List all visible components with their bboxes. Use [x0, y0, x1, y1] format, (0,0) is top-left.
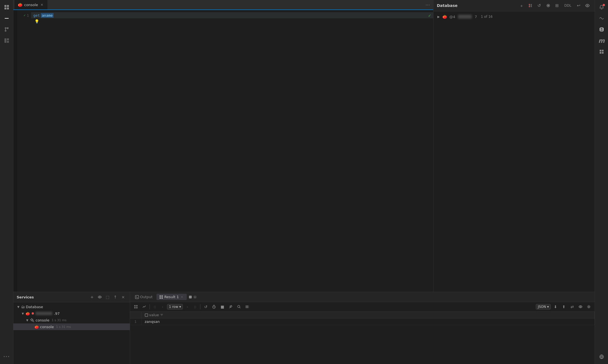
res-eye-button[interactable] — [577, 303, 584, 310]
svg-rect-22 — [160, 295, 161, 297]
result-split-button[interactable]: ⊟ — [193, 295, 197, 299]
output-tab-label: Output — [140, 295, 153, 299]
db-connection-label: @4 — [449, 15, 455, 19]
res-gear-button[interactable] — [585, 303, 592, 310]
svg-rect-29 — [136, 307, 138, 308]
right-bar-database-icon[interactable] — [597, 24, 607, 34]
db-connection-row[interactable]: ▶ 🍅 @4 7 1 of 16 — [436, 14, 592, 20]
svg-rect-24 — [160, 297, 161, 299]
db-connections-button[interactable] — [527, 2, 534, 9]
res-pin-button[interactable] — [227, 303, 234, 310]
right-bar-grid-icon[interactable] — [597, 47, 607, 57]
tree-database-icon: 🗂 — [21, 305, 25, 309]
res-download-button[interactable]: ⬇ — [552, 303, 559, 310]
res-transfer-button[interactable]: ⇄ — [569, 303, 576, 310]
db-refresh-button[interactable]: ↺ — [535, 2, 543, 9]
tree-child-icon: 🍅 — [34, 325, 39, 329]
main-content: 🍅 console × ⋯ ✓ 1 — [13, 0, 595, 364]
tree-console-meta: 1 s 31 ms — [52, 318, 67, 322]
output-tab[interactable]: Output — [132, 294, 155, 300]
svg-rect-32 — [246, 305, 247, 308]
activity-bar-layout-icon[interactable] — [2, 36, 12, 46]
tree-item-console-parent[interactable]: ▼ 🔌 console 1 s 31 ms — [13, 317, 130, 323]
toolbar-sep-2 — [200, 304, 200, 309]
svc-eye-button[interactable] — [96, 294, 103, 300]
tab-more-button[interactable]: ⋯ — [423, 2, 432, 8]
value-filter-icon[interactable] — [160, 313, 163, 317]
col-header-value[interactable]: value — [141, 312, 595, 318]
db-add-button[interactable]: + — [518, 2, 525, 9]
nav-first-button[interactable]: ⟨| — [151, 303, 158, 310]
result-stop-button[interactable] — [189, 296, 192, 298]
right-bar-ai-icon[interactable] — [597, 13, 607, 23]
db-grid-button[interactable]: ⊞ — [553, 2, 561, 9]
db-eye-button[interactable] — [584, 2, 591, 9]
res-grid-button[interactable] — [132, 303, 139, 310]
code-area[interactable]: get aname ✓ 💡 — [31, 10, 433, 292]
db-stop-button[interactable] — [544, 2, 552, 9]
res-stop-button[interactable]: ■ — [219, 303, 226, 310]
nav-prev-button[interactable]: ‹ — [159, 303, 166, 310]
json-label: JSON — [538, 305, 546, 309]
svc-add-button[interactable]: + — [89, 294, 95, 300]
row-selector[interactable]: 1 row ▾ — [167, 304, 183, 310]
activity-bar-more-icon[interactable]: ••• — [2, 352, 12, 362]
svc-up-button[interactable]: ↑ — [112, 294, 119, 300]
tab-bar: 🍅 console × ⋯ — [13, 0, 433, 10]
identifier-aname: aname — [41, 13, 53, 18]
database-panel-title: Database — [437, 3, 515, 8]
svg-rect-27 — [136, 305, 138, 306]
result1-tab-close[interactable]: × — [180, 295, 184, 299]
res-chart-button[interactable] — [141, 303, 148, 310]
svc-close-button[interactable]: × — [120, 294, 126, 300]
tree-child-label: console — [40, 325, 54, 329]
top-section: 🍅 console × ⋯ ✓ 1 — [13, 0, 595, 292]
svg-rect-9 — [7, 38, 9, 40]
activity-bar-git-icon[interactable] — [2, 24, 12, 34]
value-col-icon — [145, 313, 148, 317]
right-bar-m-icon[interactable]: m — [597, 36, 607, 46]
res-upload-button[interactable]: ⬆ — [560, 303, 567, 310]
res-columns-button[interactable] — [244, 303, 251, 310]
svg-point-6 — [5, 30, 6, 31]
json-format-selector[interactable]: JSON ▾ — [536, 304, 551, 310]
svg-rect-14 — [530, 4, 532, 5]
result1-tab[interactable]: Result 1 × — [156, 294, 187, 300]
cell-value-1: zanqsan — [141, 318, 595, 325]
result-panel: Output Result 1 × ⊟ — [130, 292, 595, 364]
nav-next-button[interactable]: › — [184, 303, 191, 310]
console-tab[interactable]: 🍅 console × — [14, 0, 48, 9]
editor-left-gutter — [13, 10, 17, 292]
notification-badge — [603, 4, 605, 6]
services-title: Services — [17, 295, 86, 299]
tree-item-database[interactable]: ▼ 🗂 Database — [13, 303, 130, 310]
nav-last-button[interactable]: |⟩ — [192, 303, 198, 310]
svg-rect-40 — [602, 50, 604, 51]
toolbar-sep-1 — [149, 304, 150, 309]
tree-console-label: console — [36, 318, 49, 322]
tree-item-console-child[interactable]: 🍅 console 1 s 31 ms — [13, 323, 130, 330]
bottom-section: Services + ⬚ ↑ × — [13, 292, 595, 364]
res-search-button[interactable] — [235, 303, 243, 310]
line-numbers: ✓ 1 — [17, 10, 31, 292]
svc-new-button[interactable]: ⬚ — [104, 294, 111, 300]
right-bar-notification-icon[interactable] — [597, 2, 607, 12]
svg-rect-15 — [530, 5, 532, 6]
activity-bar-project-icon[interactable] — [2, 2, 12, 12]
tab-close-button[interactable]: × — [40, 3, 44, 7]
svg-rect-0 — [4, 5, 6, 7]
tree-item-connection[interactable]: ▼ 🍅 .97 — [13, 310, 130, 317]
svg-rect-33 — [247, 305, 248, 308]
db-back-button[interactable]: ↩ — [575, 2, 582, 9]
activity-bar-minimize-icon[interactable] — [2, 13, 12, 23]
services-toolbar: + ⬚ ↑ × — [89, 294, 126, 300]
svg-rect-39 — [600, 50, 601, 51]
code-line-2: 💡 — [31, 18, 433, 24]
right-bar-globe-icon[interactable] — [597, 352, 607, 362]
db-redis-icon: 🍅 — [442, 14, 447, 19]
res-refresh-button[interactable]: ↺ — [202, 303, 209, 310]
res-timer-button[interactable] — [210, 303, 218, 310]
db-ddl-button[interactable]: DDL — [562, 3, 574, 8]
svg-rect-3 — [7, 8, 9, 9]
db-suffix: 7 — [475, 15, 477, 19]
